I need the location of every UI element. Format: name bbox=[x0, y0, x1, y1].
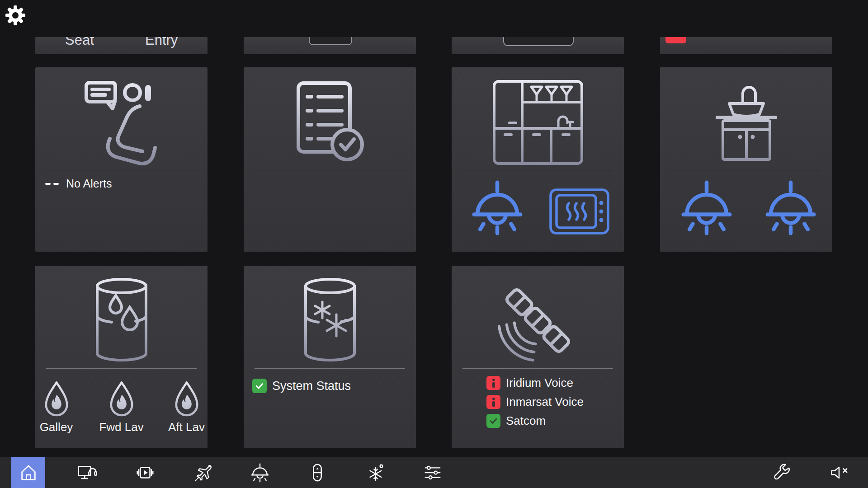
card-waste-system[interactable]: System Status bbox=[244, 266, 416, 448]
cutoff-button[interactable] bbox=[309, 37, 352, 45]
window-shade-switch-icon[interactable] bbox=[303, 457, 332, 488]
waste-status-text: System Status bbox=[272, 379, 351, 393]
passenger-seat-icon bbox=[35, 75, 208, 170]
entry-tab-label[interactable]: Entry bbox=[145, 37, 178, 47]
satcom-status-label: Satcom bbox=[506, 414, 546, 428]
card-seat-entry-partial[interactable]: Seat Entry bbox=[35, 37, 208, 54]
waste-status-row: System Status bbox=[252, 379, 351, 393]
home-tab-icon[interactable] bbox=[11, 457, 45, 488]
card-divider bbox=[255, 368, 405, 369]
water-zone-item[interactable]: Fwd Lav bbox=[102, 380, 141, 434]
satellite-icon bbox=[452, 273, 624, 369]
cabin-status-text: No Alerts bbox=[66, 177, 112, 190]
water-zone-label: Fwd Lav bbox=[99, 420, 143, 434]
mute-speaker-icon[interactable] bbox=[824, 457, 853, 488]
no-alert-indicator-icon bbox=[45, 183, 59, 185]
card-checklist[interactable] bbox=[244, 67, 416, 252]
climate-snowflake-icon[interactable] bbox=[361, 457, 390, 488]
card-galley[interactable] bbox=[452, 67, 624, 252]
cabin-status-row: No Alerts bbox=[45, 177, 112, 190]
sink-vanity-icon bbox=[660, 75, 832, 170]
water-zone-item[interactable]: Aft Lav bbox=[167, 380, 206, 434]
media-player-icon[interactable] bbox=[131, 457, 160, 488]
satcom-status-row: Iridium Voice bbox=[486, 376, 584, 390]
cutoff-button[interactable] bbox=[503, 37, 574, 46]
card-partial-3[interactable] bbox=[452, 37, 624, 54]
satcom-status-list: Iridium VoiceInmarsat VoiceSatcom bbox=[486, 376, 584, 428]
bottom-toolbar bbox=[0, 457, 868, 488]
card-divider bbox=[255, 171, 405, 171]
water-zone-label: Galley bbox=[40, 420, 73, 434]
satcom-status-label: Iridium Voice bbox=[506, 376, 573, 390]
entertainment-monitor-headset-icon[interactable] bbox=[72, 457, 101, 488]
card-partial-4[interactable] bbox=[660, 37, 832, 54]
card-divider bbox=[46, 368, 197, 369]
water-zone-item[interactable]: Galley bbox=[37, 380, 76, 434]
heated-water-drop-icon bbox=[173, 380, 201, 418]
card-divider bbox=[46, 171, 197, 171]
card-partial-2[interactable] bbox=[244, 37, 416, 54]
card-divider bbox=[671, 171, 821, 171]
water-tank-icon bbox=[35, 273, 208, 369]
card-cabin[interactable]: No Alerts bbox=[35, 67, 208, 252]
galley-light-icon[interactable] bbox=[470, 180, 525, 235]
heated-water-drop-icon bbox=[108, 380, 136, 418]
check-icon bbox=[486, 414, 500, 428]
waste-tank-icon bbox=[244, 273, 416, 369]
lav-light-icon[interactable] bbox=[763, 180, 818, 235]
flight-info-airplane-icon[interactable] bbox=[189, 457, 217, 488]
settings-gear-icon[interactable] bbox=[5, 5, 26, 26]
heated-water-drop-icon bbox=[42, 380, 71, 418]
settings-sliders-icon[interactable] bbox=[418, 457, 447, 488]
galley-cabinet-icon bbox=[452, 75, 624, 170]
info-alert-icon bbox=[486, 376, 500, 390]
card-lavatory[interactable] bbox=[660, 67, 832, 252]
card-divider bbox=[462, 368, 613, 369]
water-zone-label: Aft Lav bbox=[168, 420, 205, 434]
checklist-icon bbox=[244, 75, 416, 170]
satcom-status-label: Inmarsat Voice bbox=[506, 395, 584, 409]
card-divider bbox=[462, 171, 613, 171]
microwave-icon[interactable] bbox=[549, 188, 609, 235]
lav-light-icon[interactable] bbox=[679, 180, 734, 235]
card-water-system[interactable]: Galley Fwd Lav Aft Lav bbox=[35, 266, 208, 448]
water-zone-list: Galley Fwd Lav Aft Lav bbox=[35, 380, 208, 434]
satcom-status-row: Inmarsat Voice bbox=[486, 395, 584, 409]
maintenance-wrench-icon[interactable] bbox=[767, 457, 796, 488]
check-icon bbox=[252, 379, 267, 393]
seat-tab-label[interactable]: Seat bbox=[65, 37, 94, 47]
cabin-management-home-screen: Seat Entry bbox=[0, 0, 868, 488]
card-satcom[interactable]: Iridium VoiceInmarsat VoiceSatcom bbox=[452, 266, 624, 448]
alert-badge bbox=[665, 37, 686, 43]
satcom-status-row: Satcom bbox=[486, 414, 584, 428]
cabin-lights-lamp-icon[interactable] bbox=[245, 457, 274, 488]
info-alert-icon bbox=[486, 395, 500, 409]
